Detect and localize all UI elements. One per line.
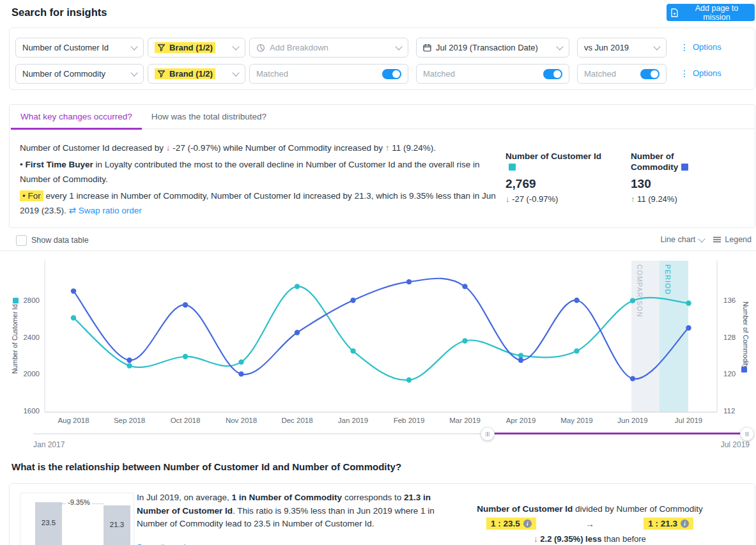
- svg-text:May 2019: May 2019: [560, 417, 593, 424]
- pie-icon: [256, 43, 265, 52]
- insight-text: Number of Customer Id decreased by ↓ -27…: [20, 141, 498, 220]
- matched-label: Matched: [584, 69, 616, 79]
- ratio-delta: ↓ 2.2 (9.35%) less than before: [465, 534, 715, 544]
- filter-select-2[interactable]: Brand (1/2): [148, 64, 245, 84]
- commodity-delta: ↑ 11 (9.24%): [631, 194, 714, 204]
- add-page-to-mission-button[interactable]: Add page to mission: [667, 4, 755, 21]
- up-arrow-icon: ↑: [385, 143, 390, 153]
- svg-text:Nov 2018: Nov 2018: [226, 417, 257, 424]
- tab-total-distributed[interactable]: How was the total distributed?: [142, 105, 276, 129]
- matched-toggle-1[interactable]: [382, 69, 401, 79]
- breakdown-select[interactable]: Add Breakdown: [249, 38, 408, 58]
- mini-bar-after-label: 21.3: [104, 521, 130, 528]
- range-start-label: Jan 2017: [33, 440, 65, 449]
- svg-text:2800: 2800: [23, 296, 40, 304]
- left-axis-swatch: [13, 298, 19, 303]
- matched-label: Matched: [423, 69, 455, 79]
- breakdown-placeholder: Add Breakdown: [270, 43, 328, 52]
- left-axis-title: Number of Customer Id: [11, 304, 19, 374]
- matched-control-2: Matched: [416, 64, 569, 84]
- mini-bar-before-label: 23.5: [35, 519, 62, 526]
- customer-id-swatch: [509, 164, 516, 171]
- swap-icon: ⇄: [69, 206, 76, 215]
- swap-order-link[interactable]: Swap the order: [137, 542, 193, 545]
- filter-select-1[interactable]: Brand (1/2): [148, 38, 245, 58]
- chevron-down-icon: [698, 235, 706, 242]
- svg-text:Jun 2019: Jun 2019: [617, 417, 647, 424]
- down-arrow-icon: ↓: [534, 534, 540, 544]
- ratio-mini-chart: -9.35% 23.5 21.3: [20, 493, 134, 545]
- svg-text:Aug 2018: Aug 2018: [58, 417, 89, 424]
- matched-toggle-3[interactable]: [640, 69, 660, 79]
- range-slider-handle-right[interactable]: [740, 427, 754, 441]
- options-button-row2[interactable]: ⋮ Options: [680, 68, 721, 78]
- add-page-icon: [670, 8, 679, 17]
- options-button-row1[interactable]: ⋮ Options: [680, 42, 721, 52]
- filters-panel: Number of Customer Id Brand (1/2) Add Br…: [9, 27, 755, 90]
- kebab-icon: ⋮: [680, 69, 689, 78]
- svg-text:Jul 2019: Jul 2019: [675, 417, 702, 424]
- metric-select-1[interactable]: Number of Customer Id: [15, 38, 144, 58]
- chevron-down-icon: [556, 43, 563, 50]
- range-slider-handle-left[interactable]: [481, 427, 495, 441]
- svg-text:136: 136: [723, 296, 736, 304]
- page-title: Search for insights: [12, 6, 107, 19]
- filter-highlight: Brand (1/2): [155, 68, 215, 79]
- chevron-down-icon: [232, 43, 239, 50]
- legend-button[interactable]: Legend: [713, 235, 752, 244]
- commodity-value: 130: [631, 177, 714, 191]
- comparison-band: [631, 261, 660, 412]
- info-icon[interactable]: i: [523, 519, 532, 528]
- legend-icon: [713, 236, 721, 243]
- show-data-table-checkbox[interactable]: [16, 235, 27, 246]
- tab-bar: What key changes occurred? How was the t…: [10, 105, 755, 129]
- date-select-value: Jul 2019 (Transaction Date): [436, 43, 538, 52]
- options-label: Options: [693, 68, 721, 78]
- filter-highlight: Brand (1/2): [155, 42, 215, 53]
- relationship-card: -9.35% 23.5 21.3 In Jul 2019, on average…: [9, 483, 755, 545]
- chart-toolbar: Show data table Line chart Legend: [0, 230, 756, 251]
- insight-bullet-2: • For every 1 increase in Number of Comm…: [20, 188, 498, 218]
- filter-select-2-value: Brand (1/2): [169, 69, 213, 79]
- insights-page: Search for insights Add page to mission …: [0, 0, 756, 545]
- chevron-down-icon: [653, 43, 660, 50]
- customer-id-value: 2,769: [505, 177, 611, 191]
- ratio-after: 1 : 21.3i: [644, 518, 693, 530]
- chevron-down-icon: [130, 69, 137, 76]
- mini-delta-label: -9.35%: [66, 498, 92, 506]
- customer-id-delta: ↓ -27 (-0.97%): [505, 194, 611, 204]
- range-slider-selection[interactable]: [488, 433, 747, 434]
- matched-control-3: Matched: [577, 64, 667, 84]
- matched-toggle-2[interactable]: [543, 69, 562, 79]
- svg-text:Apr 2019: Apr 2019: [506, 417, 536, 424]
- svg-text:Dec 2018: Dec 2018: [281, 417, 312, 424]
- svg-text:128: 128: [723, 334, 736, 341]
- svg-text:Mar 2019: Mar 2019: [449, 417, 481, 424]
- period-band: [660, 261, 688, 412]
- period-label: PERIOD: [664, 265, 672, 295]
- metric-select-2[interactable]: Number of Commodity: [15, 64, 144, 84]
- filter-select-1-value: Brand (1/2): [169, 43, 213, 52]
- svg-text:2000: 2000: [23, 370, 40, 378]
- calendar-icon: [423, 43, 431, 52]
- insights-card: What key changes occurred? How was the t…: [9, 104, 755, 228]
- info-icon[interactable]: i: [681, 519, 689, 528]
- kebab-icon: ⋮: [680, 43, 689, 52]
- relationship-text: In Jul 2019, on average, 1 in Number of …: [137, 491, 452, 531]
- svg-text:Oct 2018: Oct 2018: [171, 417, 201, 424]
- chevron-down-icon: [130, 43, 137, 50]
- chart-type-select[interactable]: Line chart: [660, 235, 704, 244]
- series-left: [73, 286, 689, 380]
- chevron-down-icon: [232, 69, 239, 76]
- arrow-right-icon: →: [585, 519, 594, 529]
- highlighted-bullet: • For: [20, 190, 43, 201]
- tab-key-changes[interactable]: What key changes occurred?: [11, 105, 142, 129]
- date-select[interactable]: Jul 2019 (Transaction Date): [416, 38, 569, 58]
- swap-ratio-link[interactable]: ⇄ Swap ratio order: [69, 206, 142, 215]
- right-axis-title: Number of Commodity: [742, 302, 750, 369]
- svg-text:2400: 2400: [23, 334, 40, 341]
- compare-select[interactable]: vs Jun 2019: [577, 38, 667, 58]
- funnel-icon: [157, 70, 166, 78]
- svg-text:112: 112: [723, 407, 735, 415]
- ratio-before: 1 : 23.5i: [486, 518, 536, 530]
